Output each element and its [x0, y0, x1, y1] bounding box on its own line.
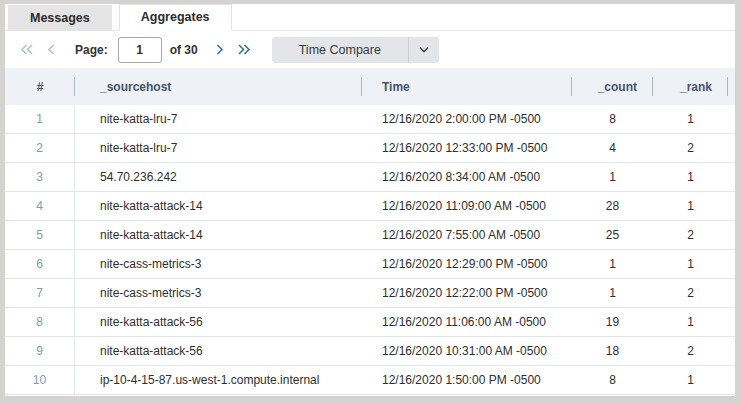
rank-cell: 1	[653, 250, 728, 278]
time-cell: 12/16/2020 2:00:00 PM -0500	[362, 105, 572, 133]
column-header-rank[interactable]: _rank	[653, 68, 728, 105]
tab-messages[interactable]: Messages	[8, 5, 112, 31]
next-page-button[interactable]	[208, 38, 232, 62]
chevron-right-icon	[213, 43, 226, 56]
row-gutter	[728, 221, 735, 249]
table-header: # _sourcehost Time _count _rank	[5, 68, 735, 105]
column-header-number[interactable]: #	[5, 68, 75, 105]
column-header-count[interactable]: _count	[572, 68, 653, 105]
row-number-cell: 6	[5, 250, 75, 278]
time-cell: 12/16/2020 12:22:00 PM -0500	[362, 279, 572, 307]
sourcehost-cell: nite-katta-attack-56	[75, 337, 362, 365]
row-number-cell: 5	[5, 221, 75, 249]
row-number-cell: 9	[5, 337, 75, 365]
double-chevron-left-icon	[19, 43, 35, 56]
time-cell: 12/16/2020 8:34:00 AM -0500	[362, 163, 572, 191]
toolbar: Page: of 30 Time Compare	[5, 31, 735, 68]
table-row[interactable]: 1 nite-katta-lru-7 12/16/2020 2:00:00 PM…	[5, 105, 735, 134]
rank-cell: 2	[653, 221, 728, 249]
time-cell: 12/16/2020 10:31:00 AM -0500	[362, 337, 572, 365]
row-number-cell: 8	[5, 308, 75, 336]
sourcehost-cell: nite-cass-metrics-3	[75, 250, 362, 278]
sourcehost-cell: nite-katta-attack-14	[75, 221, 362, 249]
time-cell: 12/16/2020 12:29:00 PM -0500	[362, 250, 572, 278]
count-cell: 25	[572, 221, 653, 249]
results-panel: Messages Aggregates Page: of 30	[5, 4, 735, 396]
table-row[interactable]: 2 nite-katta-lru-7 12/16/2020 12:33:00 P…	[5, 134, 735, 163]
column-header-sourcehost[interactable]: _sourcehost	[75, 68, 362, 105]
table-row[interactable]: 6 nite-cass-metrics-3 12/16/2020 12:29:0…	[5, 250, 735, 279]
column-header-time[interactable]: Time	[362, 68, 572, 105]
rank-cell: 1	[653, 105, 728, 133]
table-row[interactable]: 3 54.70.236.242 12/16/2020 8:34:00 AM -0…	[5, 163, 735, 192]
row-number-cell: 1	[5, 105, 75, 133]
sourcehost-cell: nite-cass-metrics-3	[75, 279, 362, 307]
row-gutter	[728, 192, 735, 220]
time-compare-label[interactable]: Time Compare	[272, 37, 409, 63]
page-label: Page:	[75, 43, 108, 57]
row-gutter	[728, 250, 735, 278]
page-total-label: of 30	[170, 43, 198, 57]
row-gutter	[728, 105, 735, 133]
row-number-cell: 10	[5, 366, 75, 394]
row-number-cell: 4	[5, 192, 75, 220]
row-gutter	[728, 279, 735, 307]
row-gutter	[728, 337, 735, 365]
sourcehost-cell: nite-katta-lru-7	[75, 105, 362, 133]
last-page-button[interactable]	[232, 38, 256, 62]
rank-cell: 1	[653, 308, 728, 336]
row-number-cell: 3	[5, 163, 75, 191]
prev-page-button[interactable]	[39, 38, 63, 62]
sourcehost-cell: nite-katta-attack-56	[75, 308, 362, 336]
table-row[interactable]: 9 nite-katta-attack-56 12/16/2020 10:31:…	[5, 337, 735, 366]
row-gutter	[728, 366, 735, 394]
table-row[interactable]: 4 nite-katta-attack-14 12/16/2020 11:09:…	[5, 192, 735, 221]
rank-cell: 2	[653, 337, 728, 365]
rank-cell: 1	[653, 366, 728, 394]
count-cell: 1	[572, 163, 653, 191]
rank-cell: 2	[653, 279, 728, 307]
row-number-cell: 7	[5, 279, 75, 307]
rank-cell: 1	[653, 192, 728, 220]
table-row[interactable]: 7 nite-cass-metrics-3 12/16/2020 12:22:0…	[5, 279, 735, 308]
count-cell: 4	[572, 134, 653, 162]
table-row[interactable]: 8 nite-katta-attack-56 12/16/2020 11:06:…	[5, 308, 735, 337]
sourcehost-cell: nite-katta-attack-14	[75, 192, 362, 220]
row-gutter	[728, 308, 735, 336]
tab-label: Aggregates	[141, 10, 210, 24]
table-body: 1 nite-katta-lru-7 12/16/2020 2:00:00 PM…	[5, 105, 735, 396]
time-cell: 12/16/2020 11:09:00 AM -0500	[362, 192, 572, 220]
sourcehost-cell: nite-katta-lru-7	[75, 134, 362, 162]
row-gutter	[728, 134, 735, 162]
tab-bar: Messages Aggregates	[5, 4, 735, 31]
page-number-input[interactable]	[118, 37, 162, 63]
row-gutter	[728, 163, 735, 191]
rank-cell: 2	[653, 134, 728, 162]
first-page-button[interactable]	[15, 38, 39, 62]
sourcehost-cell: 54.70.236.242	[75, 163, 362, 191]
sourcehost-cell: ip-10-4-15-87.us-west-1.compute.internal	[75, 366, 362, 394]
count-cell: 28	[572, 192, 653, 220]
time-cell: 12/16/2020 1:50:00 PM -0500	[362, 366, 572, 394]
chevron-left-icon	[45, 43, 58, 56]
table-row[interactable]: 10 ip-10-4-15-87.us-west-1.compute.inter…	[5, 366, 735, 395]
count-cell: 1	[572, 250, 653, 278]
chevron-down-icon[interactable]	[409, 37, 439, 63]
time-cell: 12/16/2020 12:33:00 PM -0500	[362, 134, 572, 162]
count-cell: 18	[572, 337, 653, 365]
count-cell: 1	[572, 279, 653, 307]
count-cell: 19	[572, 308, 653, 336]
double-chevron-right-icon	[236, 43, 252, 56]
count-cell: 8	[572, 366, 653, 394]
tab-aggregates[interactable]: Aggregates	[119, 4, 232, 31]
time-cell: 12/16/2020 11:06:00 AM -0500	[362, 308, 572, 336]
column-header-gutter	[728, 68, 735, 105]
time-cell: 12/16/2020 7:55:00 AM -0500	[362, 221, 572, 249]
row-number-cell: 2	[5, 134, 75, 162]
app-window: Messages Aggregates Page: of 30	[0, 0, 741, 404]
count-cell: 8	[572, 105, 653, 133]
pagination: Page: of 30	[15, 37, 256, 63]
table-row[interactable]: 5 nite-katta-attack-14 12/16/2020 7:55:0…	[5, 221, 735, 250]
rank-cell: 1	[653, 163, 728, 191]
tab-label: Messages	[30, 11, 90, 25]
